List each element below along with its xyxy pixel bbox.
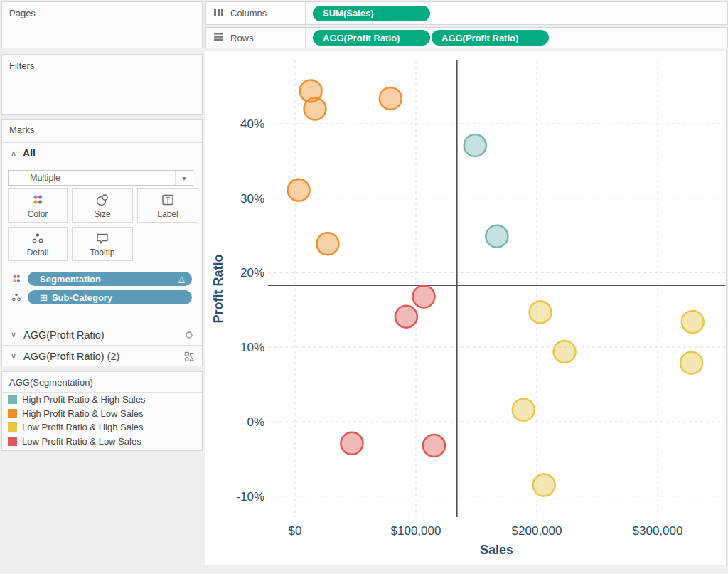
pill-label: Sub-Category <box>52 292 185 303</box>
y-tick-label: 20% <box>240 266 264 280</box>
legend-item[interactable]: High Profit Ratio & Low Sales <box>2 407 202 421</box>
mark-type-dropdown[interactable]: Multiple ▾ <box>8 170 193 186</box>
data-point[interactable] <box>486 225 508 248</box>
tooltip-button[interactable]: Tooltip <box>72 227 133 261</box>
size-button[interactable]: Size <box>72 188 133 223</box>
data-point[interactable] <box>413 285 435 307</box>
field-pill[interactable]: SUM(Sales) <box>313 6 430 21</box>
collapsed-mark-card[interactable]: ∨AGG(Profit Ratio) (2) <box>2 345 202 366</box>
color-icon <box>11 273 22 285</box>
pill-sub-category[interactable]: ⊞Sub-Category <box>28 290 192 304</box>
divider <box>2 142 202 143</box>
expand-plus-icon[interactable]: ⊞ <box>40 292 48 303</box>
circle-mark-icon <box>183 329 195 341</box>
y-tick-label: 10% <box>240 341 264 354</box>
data-point[interactable] <box>554 341 576 363</box>
chevron-down-icon[interactable]: ▾ <box>175 171 193 185</box>
legend-label: High Profit Ratio & Low Sales <box>22 408 144 419</box>
collapsed-card-label: AGG(Profit Ratio) <box>23 329 176 341</box>
pill-label: Segmentation <box>40 274 178 285</box>
data-point[interactable] <box>513 399 535 421</box>
data-point[interactable] <box>395 306 417 328</box>
field-pill[interactable]: AGG(Profit Ratio) <box>313 30 430 46</box>
rows-pills: AGG(Profit Ratio)AGG(Profit Ratio) <box>313 30 549 46</box>
marks-buttons: ColorSizeTLabelDetailTooltip <box>8 188 198 261</box>
expand-caret-icon[interactable]: ∨ <box>11 351 16 361</box>
label-button[interactable]: TLabel <box>137 188 198 223</box>
mark-pill-row: Segmentation△ <box>2 270 202 288</box>
collapse-caret-icon: ∧ <box>11 149 16 158</box>
marks-card: Marks ∧ All Multiple ▾ ColorSizeTLabelDe… <box>1 119 203 366</box>
collapsed-mark-card[interactable]: ∨AGG(Profit Ratio) <box>2 324 202 345</box>
filters-shelf[interactable]: Filters <box>1 54 203 115</box>
legend-item[interactable]: High Profit Ratio & High Sales <box>2 393 202 407</box>
y-axis-title[interactable]: Profit Ratio <box>211 254 225 323</box>
data-point[interactable] <box>316 233 338 255</box>
button-label: Size <box>94 209 110 219</box>
scatter-svg: 40%30%20%10%0%-10%$0$100,000$200,000$300… <box>205 51 727 565</box>
pages-label: Pages <box>2 2 202 18</box>
size-icon <box>95 193 109 207</box>
divider <box>305 2 306 24</box>
data-point[interactable] <box>304 98 326 120</box>
data-point[interactable] <box>288 179 310 201</box>
detail-icon <box>31 231 45 245</box>
button-label: Detail <box>27 248 49 257</box>
mark-pill-row: ⊞Sub-Category <box>2 288 202 307</box>
expand-caret-icon[interactable]: ∨ <box>11 330 16 339</box>
legend-swatch <box>8 437 17 446</box>
color-legend: AGG(Segmentation) High Profit Ratio & Hi… <box>1 371 203 451</box>
collapsed-mark-cards: ∨AGG(Profit Ratio)∨AGG(Profit Ratio) (2) <box>2 324 202 366</box>
data-point[interactable] <box>680 352 702 374</box>
data-point[interactable] <box>423 435 445 457</box>
collapsed-card-label: AGG(Profit Ratio) (2) <box>23 351 176 362</box>
data-point[interactable] <box>533 474 555 496</box>
pill-segmentation[interactable]: Segmentation△ <box>28 272 192 286</box>
data-point[interactable] <box>380 87 402 110</box>
legend-swatch <box>8 395 17 404</box>
marks-card-title: All <box>23 147 36 159</box>
pages-shelf[interactable]: Pages <box>1 1 203 48</box>
legend-item[interactable]: Low Profit Ratio & Low Sales <box>2 435 202 449</box>
legend-label: Low Profit Ratio & Low Sales <box>22 436 141 447</box>
legend-label: Low Profit Ratio & High Sales <box>22 422 144 432</box>
detail-button[interactable]: Detail <box>8 227 68 261</box>
legend-swatch <box>8 422 17 432</box>
y-tick-label: 0% <box>247 415 264 429</box>
filters-label: Filters <box>2 55 202 71</box>
legend-item[interactable]: Low Profit Ratio & High Sales <box>2 420 202 435</box>
svg-text:T: T <box>166 196 170 204</box>
delta-icon: △ <box>178 274 185 284</box>
marks-card-all-header[interactable]: ∧ All <box>11 147 36 159</box>
legend-label: High Profit Ratio & High Sales <box>22 394 145 405</box>
y-tick-label: 30% <box>240 192 264 206</box>
x-tick-label: $0 <box>289 524 302 538</box>
x-axis-title[interactable]: Sales <box>480 543 513 557</box>
color-icon <box>31 193 45 207</box>
data-point[interactable] <box>341 432 363 455</box>
marks-pills: Segmentation△⊞Sub-Category <box>2 270 202 307</box>
mark-type-value: Multiple <box>9 173 175 183</box>
columns-pills: SUM(Sales) <box>313 6 430 21</box>
button-label: Tooltip <box>90 248 115 257</box>
columns-shelf[interactable]: Columns SUM(Sales) <box>205 1 728 25</box>
rows-label: Rows <box>230 33 305 43</box>
divider <box>305 28 306 48</box>
detail-icon <box>11 292 22 303</box>
x-tick-label: $200,000 <box>512 524 562 538</box>
button-label: Color <box>28 209 48 219</box>
x-tick-label: $300,000 <box>633 524 683 538</box>
y-tick-label: -10% <box>236 490 264 504</box>
legend-items: High Profit Ratio & High SalesHigh Profi… <box>2 393 202 448</box>
rows-shelf[interactable]: Rows AGG(Profit Ratio)AGG(Profit Ratio) <box>205 27 728 48</box>
x-tick-label: $100,000 <box>391 524 441 538</box>
y-tick-label: 40% <box>240 117 264 131</box>
scatter-plot-view: 40%30%20%10%0%-10%$0$100,000$200,000$300… <box>205 51 727 565</box>
data-point[interactable] <box>682 311 704 333</box>
legend-swatch <box>8 409 17 418</box>
data-point[interactable] <box>464 134 486 156</box>
data-point[interactable] <box>530 301 552 323</box>
shape-mark-icon <box>183 351 195 362</box>
color-button[interactable]: Color <box>8 188 68 223</box>
field-pill[interactable]: AGG(Profit Ratio) <box>432 30 549 46</box>
